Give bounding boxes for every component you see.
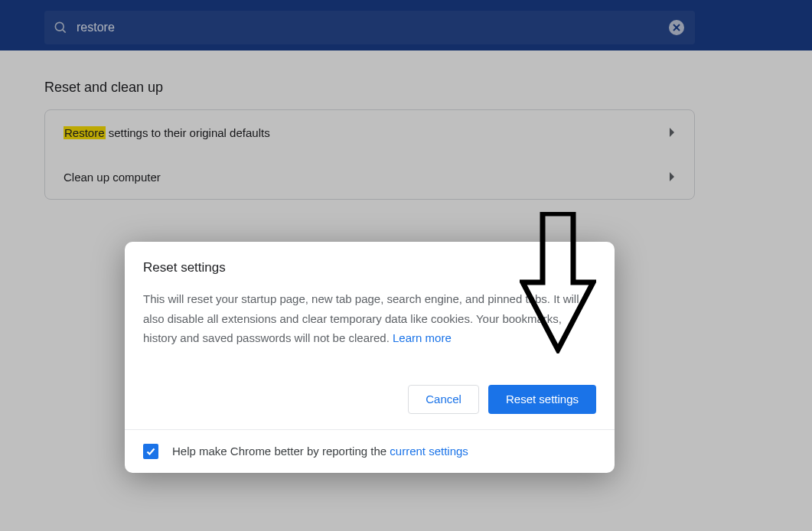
dialog-title: Reset settings — [143, 260, 596, 275]
footer-text: Help make Chrome better by reporting the… — [172, 445, 468, 458]
report-settings-checkbox[interactable] — [143, 444, 158, 459]
current-settings-link[interactable]: current settings — [390, 445, 468, 458]
learn-more-link[interactable]: Learn more — [393, 331, 452, 344]
cancel-button[interactable]: Cancel — [408, 385, 479, 414]
dialog-body-text: This will reset your startup page, new t… — [143, 292, 579, 344]
dialog-body: Reset settings This will reset your star… — [125, 242, 615, 363]
dialog-footer: Help make Chrome better by reporting the… — [125, 429, 615, 473]
reset-settings-button[interactable]: Reset settings — [488, 385, 596, 414]
reset-settings-dialog: Reset settings This will reset your star… — [125, 242, 615, 473]
dialog-actions: Cancel Reset settings — [125, 385, 615, 429]
check-icon — [145, 446, 156, 457]
dialog-text: This will reset your startup page, new t… — [143, 289, 596, 348]
footer-prefix: Help make Chrome better by reporting the — [172, 445, 390, 458]
